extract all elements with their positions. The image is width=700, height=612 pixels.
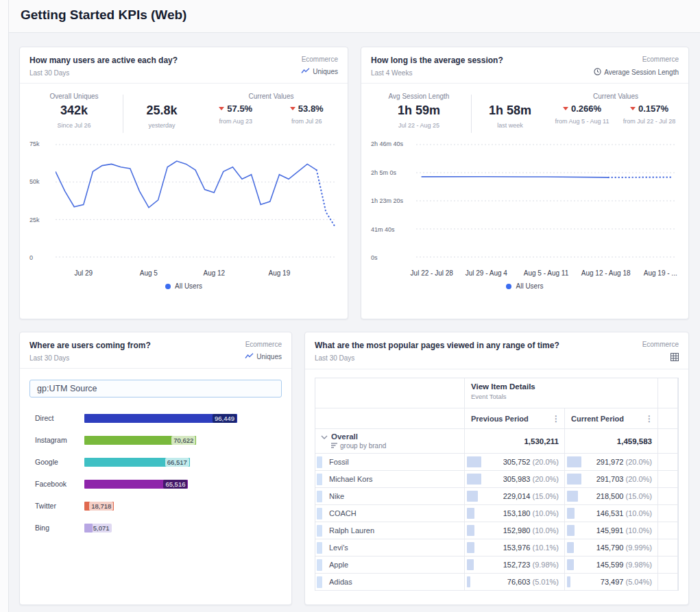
table-row-adidas[interactable]: Adidas76,603 (5.01%)73,497 (5.04%) — [315, 574, 678, 591]
table-corner-cell — [315, 408, 465, 429]
table-row-apple[interactable]: Apple152,723 (9.98%)145,599 (9.98%) — [315, 556, 678, 574]
cell-percent: (10.0%) — [530, 526, 559, 535]
bar-value-label: 70,622 — [171, 436, 195, 445]
bar-category-label: Twitter — [35, 502, 84, 510]
bar-row-facebook[interactable]: Facebook65,516 — [20, 473, 291, 495]
bar-row-twitter[interactable]: Twitter18,718 — [20, 495, 291, 517]
cell-percent: (5.04%) — [623, 578, 652, 586]
column-header-label: Current Period — [571, 415, 624, 423]
cell-value: 153,180 — [503, 509, 531, 517]
current-value-cell: 73,497 (5.04%) — [565, 574, 658, 591]
source-label: Ecommerce — [301, 56, 338, 63]
previous-value-cell: 153,976 (10.1%) — [465, 539, 565, 556]
previous-value-cell: 229,014 (15.0%) — [465, 488, 565, 505]
table-grid-icon — [671, 353, 679, 363]
cell-mini-bar — [467, 456, 481, 467]
table-row-ralph-lauren[interactable]: Ralph Lauren152,980 (10.0%)145,991 (10.0… — [315, 522, 678, 539]
row-indicator — [317, 542, 322, 554]
table-group-header: View Item Details — [471, 382, 651, 391]
column-header-current-period[interactable]: Current Period ⋮ — [565, 408, 658, 429]
bar-facebook[interactable]: 65,516 — [84, 480, 188, 489]
chart-legend[interactable]: All Users — [361, 282, 688, 290]
bar-row-direct[interactable]: Direct96,449 — [20, 407, 291, 429]
table-row-coach[interactable]: COACH153,180 (10.0%)146,531 (10.0%) — [315, 505, 678, 522]
stat-label: Avg Session Length — [367, 93, 471, 103]
chart-plot[interactable] — [416, 144, 676, 258]
card-subtitle: Last 30 Days — [29, 69, 178, 77]
overall-current-value: 1,459,583 — [565, 429, 658, 454]
y-axis-label: 25k — [29, 217, 40, 223]
stat-caption: last week — [472, 122, 548, 129]
stats-row: Overall Uniques 342k Since Jul 26 25.8k … — [20, 84, 348, 133]
table-row-michael-kors[interactable]: Michael Kors305,983 (20.0%)291,703 (20.0… — [315, 471, 678, 488]
cell-percent: (20.0%) — [530, 458, 559, 466]
bar-twitter[interactable]: 18,718 — [84, 502, 114, 511]
delta-value: 53.8% — [298, 103, 324, 114]
current-value-cell: 146,531 (10.0%) — [565, 505, 658, 522]
cell-percent: (9.99%) — [623, 543, 652, 552]
stat-caption: yesterday — [123, 122, 200, 129]
uniques-trend-icon — [245, 353, 254, 360]
daily-uniques-chart[interactable]: 75k50k25k0 Jul 29Aug 5Aug 12Aug 19 — [28, 143, 339, 277]
utm-source-bar-chart: Direct96,449Instagram70,622Google66,517F… — [20, 407, 291, 539]
bar-category-label: Facebook — [35, 480, 84, 488]
chart-plot[interactable] — [56, 144, 335, 258]
table-body: Fossil305,752 (20.0%)291,972 (20.0%)Mich… — [315, 454, 678, 591]
x-axis-label: Jul 22 - Jul 28 — [411, 269, 453, 277]
cell-mini-bar — [467, 474, 481, 485]
down-arrow-icon — [290, 107, 295, 110]
bar-track: 18,718 — [84, 502, 237, 511]
row-indicator — [317, 491, 322, 502]
card-subtitle: Last 4 Weeks — [371, 69, 503, 77]
bar-value-label: 96,449 — [213, 414, 237, 423]
card-title: How many users are active each day? — [29, 56, 178, 65]
cell-mini-bar — [467, 525, 474, 536]
chevron-down-icon[interactable] — [321, 432, 328, 441]
x-axis-label: Aug 12 - Aug 18 — [581, 269, 631, 277]
stat-value: 1h 59m — [367, 103, 471, 118]
table-tail-cell — [658, 408, 678, 429]
bar-instagram[interactable]: 70,622 — [84, 436, 196, 445]
card-title: Where are users coming from? — [29, 341, 151, 350]
card-utm-source: Where are users coming from? Last 30 Day… — [19, 332, 292, 605]
row-label: Nike — [329, 492, 344, 500]
avg-session-chart[interactable]: 2h 46m 40s2h 5m 0s1h 23m 20s41m 40s0s Ju… — [370, 143, 680, 277]
cell-value: 291,703 — [596, 475, 624, 483]
clock-icon — [594, 68, 601, 77]
bar-value-label: 66,517 — [165, 458, 189, 467]
stat-caption: Jul 22 - Aug 25 — [367, 122, 471, 129]
page-header: Getting Started KPIs (Web) — [9, 0, 700, 33]
table-row-nike[interactable]: Nike229,014 (15.0%)218,500 (15.0%) — [315, 488, 678, 505]
bar-value-label: 18,718 — [89, 502, 113, 511]
table-tail-cell — [658, 539, 678, 556]
current-value-cell: 145,599 (9.98%) — [565, 556, 658, 574]
row-label: Apple — [329, 561, 348, 569]
x-axis-label: Aug 19 — [269, 269, 291, 277]
column-menu-icon[interactable]: ⋮ — [552, 414, 560, 424]
bar-google[interactable]: 66,517 — [84, 458, 190, 467]
y-axis-label: 50k — [29, 178, 40, 185]
y-axis-label: 75k — [29, 140, 40, 147]
bar-direct[interactable]: 96,449 — [84, 414, 237, 423]
bar-row-instagram[interactable]: Instagram70,622 — [20, 429, 291, 451]
current-value-cell: 145,790 (9.99%) — [565, 539, 658, 556]
bar-track: 70,622 — [84, 436, 237, 445]
utm-source-selector[interactable]: gp:UTM Source — [29, 380, 282, 397]
y-axis-label: 41m 40s — [371, 226, 395, 233]
bar-row-google[interactable]: Google66,517 — [20, 451, 291, 473]
chart-legend[interactable]: All Users — [20, 282, 348, 290]
bar-category-label: Bing — [35, 524, 84, 532]
row-indicator — [317, 525, 322, 537]
divider — [20, 368, 291, 369]
cell-mini-bar — [467, 559, 474, 570]
table-row-overall[interactable]: Overall group by brand 1,530,211 1,459,5… — [315, 429, 678, 454]
column-menu-icon[interactable]: ⋮ — [645, 414, 653, 424]
cell-percent: (5.01%) — [530, 578, 559, 586]
cell-mini-bar — [567, 525, 575, 536]
delta-value: 57.5% — [227, 103, 252, 114]
bar-row-bing[interactable]: Bing5,071 — [20, 517, 291, 539]
column-header-previous-period[interactable]: Previous Period ⋮ — [465, 408, 565, 429]
table-row-fossil[interactable]: Fossil305,752 (20.0%)291,972 (20.0%) — [315, 454, 678, 471]
y-axis: 2h 46m 40s2h 5m 0s1h 23m 20s41m 40s0s — [371, 144, 412, 258]
table-row-levi-s[interactable]: Levi's153,976 (10.1%)145,790 (9.99%) — [315, 539, 678, 556]
